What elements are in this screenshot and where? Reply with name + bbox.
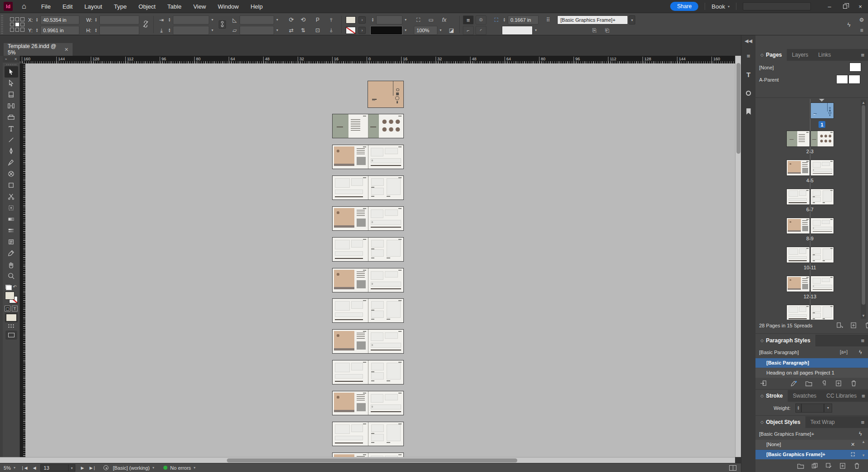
page-feature-left[interactable] [333,207,368,230]
ellipse-frame-tool[interactable] [5,168,18,180]
horizontal-scrollbar[interactable] [0,457,735,463]
share-button[interactable]: Share [670,2,698,11]
tab-stroke[interactable]: ◇Stroke [755,390,788,402]
preflight-icon[interactable] [103,465,108,470]
book-dropdown[interactable]: Book ▾ [711,3,730,10]
rectangle-tool[interactable] [5,180,18,191]
stroke-swatch[interactable] [346,27,356,34]
page-grid-right[interactable] [368,176,404,200]
y-stepper[interactable]: ▲▼ [34,26,39,35]
spread-18-19[interactable] [332,360,404,384]
page-thumbnail[interactable] [810,218,834,234]
gap-tool[interactable] [5,100,18,112]
gear-icon[interactable]: ⚙ [858,15,866,24]
weight-stepper[interactable]: ▲▼ [795,404,801,413]
proxy-cell[interactable] [20,23,25,27]
line-tool[interactable] [5,134,18,146]
load-object-styles-icon[interactable] [811,462,818,469]
swap-fill-stroke-icon[interactable]: ↶ [13,284,16,289]
flip-vertical-icon[interactable]: ⇅ [299,26,308,35]
page-thumbnail[interactable] [786,305,810,320]
chevron-down-icon[interactable]: ▾ [629,15,635,24]
proxy-cell[interactable] [15,28,20,32]
close-tab-icon[interactable]: ✕ [64,47,69,53]
weight-dropdown-icon[interactable]: ▾ [824,404,832,413]
page-feature-right[interactable] [368,268,404,292]
pencil-tool[interactable] [5,157,18,168]
link-scale-icon[interactable] [219,20,226,29]
page-grid-right[interactable] [368,238,404,261]
redefine-style-icon[interactable] [820,380,827,387]
spread-6-7[interactable] [332,175,404,200]
close-button[interactable]: × [853,0,868,13]
chevron-down-icon[interactable]: ▾ [533,26,539,35]
break-link-style-icon[interactable]: ⎗ [603,26,612,35]
create-new-style-icon[interactable] [835,380,842,387]
vertical-scrollbar-thumb[interactable] [736,63,740,154]
page-thumbnail[interactable] [810,160,834,176]
panel-menu-icon[interactable]: ≡ [861,335,868,346]
direct-selection-tool[interactable] [5,78,18,89]
page-thumbnail[interactable] [786,247,810,263]
zoom-tool[interactable] [5,270,18,282]
create-new-object-style-icon[interactable] [839,462,846,469]
note-tool[interactable] [5,236,18,248]
page-feature-left[interactable] [333,391,368,415]
page-thumbnail[interactable] [786,131,810,147]
drop-shadow-icon[interactable]: ◪ [447,26,456,35]
page-dropdown-icon[interactable]: ▾ [69,464,75,472]
h-field[interactable] [99,26,139,35]
style-group-folder-icon[interactable] [805,380,812,387]
character-panel-icon[interactable]: T [743,69,754,80]
fill-options-button[interactable]: › [358,16,366,24]
selection-tool[interactable] [5,66,18,78]
object-style-row[interactable]: [None] ✕ [755,440,868,449]
page-feature-right[interactable] [368,207,404,230]
toolbar-grip[interactable] [6,64,16,65]
horizontal-scrollbar-thumb[interactable] [227,458,517,462]
style-override-highlighter-icon[interactable] [790,380,797,387]
scale-x-field[interactable] [173,15,209,24]
search-input[interactable] [743,2,811,10]
delete-page-icon[interactable] [864,322,868,329]
style-group-folder-icon[interactable] [797,462,804,469]
page-thumbnail[interactable] [786,160,810,176]
container-shape-icon[interactable]: ▭ [427,15,436,24]
tab-layers[interactable]: Layers [787,49,813,61]
select-container-icon[interactable]: P [313,15,322,24]
restore-button[interactable] [837,0,853,13]
h-stepper[interactable]: ▲▼ [93,26,98,35]
chevron-down-icon[interactable]: ▾ [209,26,216,35]
tab-pages[interactable]: ◇Pages [755,49,787,61]
tab-paragraph-styles[interactable]: ◇ Paragraph Styles [755,335,815,346]
pasteboard[interactable] [25,63,735,457]
apply-color-button[interactable] [6,314,17,321]
menu-help[interactable]: Help [245,3,269,10]
expand-panels-icon[interactable]: ◀◀ [745,38,752,44]
type-tool[interactable] [5,123,18,134]
paragraph-style-row[interactable]: Heading on all pages Project 1 [755,368,868,378]
page-grid-left[interactable] [333,360,368,384]
page-thumbnail[interactable] [810,305,834,320]
opacity-field[interactable]: 100% [414,26,437,35]
object-style-row[interactable]: [Basic Graphics Frame]+ ⛶ [755,450,868,459]
menu-object[interactable]: Object [132,3,162,10]
spread-label[interactable]: 2-3 [786,149,834,154]
tab-cc-libraries[interactable]: CC Libraries [821,390,862,402]
effects-icon[interactable]: fx [439,15,449,24]
spread-20-21[interactable] [332,391,404,415]
delete-style-icon[interactable] [850,380,857,387]
page-feature-right[interactable] [368,145,404,169]
menu-window[interactable]: Window [212,3,245,10]
master-none-thumbnail[interactable] [849,63,861,72]
spread-label[interactable]: 12-13 [786,294,834,299]
reference-point-proxy[interactable] [10,17,25,32]
zoom-level[interactable]: 5% [4,465,11,471]
errors-dropdown-icon[interactable]: ▾ [194,466,196,470]
spread-8-9[interactable] [332,206,404,231]
select-previous-object-icon[interactable]: ⫯ [327,15,336,24]
menu-table[interactable]: Table [162,3,187,10]
proxy-cell-selected[interactable] [15,23,20,27]
spread-14-15[interactable] [332,298,404,323]
no-text-wrap-icon[interactable]: ≣ [463,15,474,24]
